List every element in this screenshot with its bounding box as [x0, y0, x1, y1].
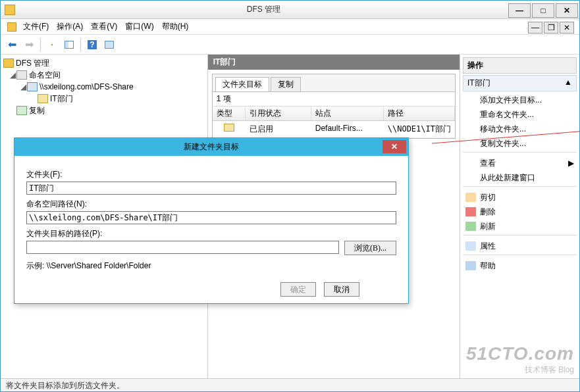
up-button[interactable]	[45, 37, 59, 52]
mdi-restore-button[interactable]: ❐	[544, 22, 558, 34]
action-new-window[interactable]: 从此处新建窗口	[463, 170, 577, 185]
tabstrip: 文件夹目标 复制	[213, 74, 455, 92]
dialog-body: 文件夹(F): 命名空间路径(N): 文件夹目标的路径(P): 浏览(B)...…	[14, 156, 408, 303]
toolbar: ⬅ ➡ ?	[1, 35, 579, 55]
action-add-target[interactable]: 添加文件夹目标...	[463, 93, 577, 107]
label-namespace-path: 命名空间路径(N):	[26, 199, 396, 210]
grid-header: 类型 引用状态 站点 路径	[213, 106, 455, 121]
submenu-arrow-icon: ▶	[568, 159, 574, 168]
menu-view[interactable]: 查看(V)	[91, 21, 117, 32]
replication-icon	[16, 106, 27, 115]
new-folder-target-dialog: 新建文件夹目标 ✕ 文件夹(F): 命名空间路径(N): 文件夹目标的路径(P)…	[14, 137, 409, 304]
actions-section-label: IT部门	[467, 78, 490, 89]
share-icon	[27, 82, 38, 91]
window-buttons: — □ ✕	[508, 2, 579, 18]
actions-list: 添加文件夹目标... 重命名文件夹... 移动文件夹... 复制文件夹... 查…	[463, 91, 577, 274]
maximize-button[interactable]: □	[532, 3, 554, 18]
tree-folder-label: IT部门	[50, 93, 73, 105]
separator	[463, 255, 577, 257]
cell-path: \\NODE1\IT部门	[384, 122, 455, 136]
menu-window[interactable]: 窗口(W)	[125, 21, 153, 32]
collapse-icon[interactable]: ◢	[19, 82, 27, 91]
label-target-path: 文件夹目标的路径(P):	[26, 228, 396, 239]
separator	[463, 152, 577, 155]
close-button[interactable]: ✕	[556, 3, 578, 18]
menu-action[interactable]: 操作(A)	[57, 21, 83, 32]
separator	[80, 38, 81, 51]
tree-namespace[interactable]: ◢ 命名空间	[3, 69, 205, 81]
tree-replication[interactable]: 复制	[3, 105, 205, 116]
refresh-icon	[465, 222, 476, 231]
ok-button[interactable]: 确定	[280, 282, 316, 297]
menu-file[interactable]: 文件(F)	[23, 21, 49, 32]
action-cut[interactable]: 剪切	[463, 190, 577, 205]
target-icon	[224, 124, 234, 132]
action-delete[interactable]: 删除	[463, 205, 577, 219]
namespace-path-field[interactable]	[26, 211, 396, 224]
separator	[40, 38, 41, 51]
collapse-icon[interactable]: ◢	[9, 70, 16, 80]
blank-icon	[465, 159, 476, 168]
actions-pane: 操作 IT部门 ▲ 添加文件夹目标... 重命名文件夹... 移动文件夹... …	[460, 55, 579, 378]
col-path[interactable]: 路径	[384, 107, 455, 120]
col-type[interactable]: 类型	[213, 107, 246, 120]
minimize-button[interactable]: —	[508, 3, 531, 18]
action-rename[interactable]: 重命名文件夹...	[463, 107, 577, 122]
browse-button[interactable]: 浏览(B)...	[344, 241, 396, 255]
action-refresh[interactable]: 刷新	[463, 219, 577, 233]
tree-folder[interactable]: IT部门	[3, 93, 205, 105]
tree-share[interactable]: ◢ \\sxleilong.com\DFS-Share	[3, 81, 205, 93]
dialog-close-button[interactable]: ✕	[382, 140, 406, 153]
blank-icon	[465, 173, 476, 182]
action-move[interactable]: 移动文件夹...	[463, 122, 577, 136]
app-icon	[5, 5, 15, 15]
titlebar: DFS 管理 — □ ✕	[1, 1, 579, 19]
separator	[463, 235, 577, 237]
col-ref[interactable]: 引用状态	[246, 107, 311, 120]
forward-arrow-icon: ➡	[25, 38, 34, 51]
view-button[interactable]	[102, 37, 117, 52]
help-icon	[465, 261, 476, 270]
tree-root-label: DFS 管理	[16, 58, 49, 69]
separator	[463, 186, 577, 189]
cell-ref: 已启用	[246, 122, 311, 136]
dfs-icon	[3, 59, 14, 68]
properties-icon	[465, 241, 476, 251]
statusbar: 将文件夹目标添加到所选文件夹。	[1, 378, 579, 391]
dialog-titlebar: 新建文件夹目标 ✕	[14, 138, 408, 156]
cancel-button[interactable]: 取消	[324, 282, 359, 297]
folder-icon	[38, 94, 48, 103]
action-copy[interactable]: 复制文件夹...	[463, 136, 577, 151]
cell-site: Default-Firs...	[311, 122, 384, 136]
col-site[interactable]: 站点	[311, 107, 384, 120]
tree-root[interactable]: DFS 管理	[3, 57, 205, 69]
target-path-field[interactable]	[26, 241, 339, 254]
panel-button[interactable]	[62, 37, 76, 52]
tree-replication-label: 复制	[29, 105, 45, 116]
view-icon	[105, 41, 114, 49]
forward-button[interactable]: ➡	[22, 37, 36, 52]
help-button[interactable]: ?	[85, 37, 99, 52]
tab-folder-target[interactable]: 文件夹目标	[215, 77, 269, 91]
tree-share-label: \\sxleilong.com\DFS-Share	[40, 82, 134, 91]
actions-section[interactable]: IT部门 ▲	[463, 75, 577, 91]
blank-icon	[465, 124, 476, 134]
action-help[interactable]: 帮助	[463, 258, 577, 273]
mdi-minimize-button[interactable]: —	[528, 22, 542, 34]
menu-help[interactable]: 帮助(H)	[162, 21, 189, 32]
tab-replication[interactable]: 复制	[271, 77, 301, 91]
blank-icon	[465, 95, 476, 105]
namespace-icon	[16, 70, 27, 80]
blank-icon	[465, 139, 476, 148]
mdi-close-button[interactable]: ✕	[560, 22, 574, 34]
action-properties[interactable]: 属性	[463, 239, 577, 253]
folder-field[interactable]	[26, 182, 396, 195]
panel-icon	[65, 41, 74, 49]
action-view[interactable]: 查看▶	[463, 156, 577, 170]
label-folder: 文件夹(F):	[26, 169, 396, 180]
back-button[interactable]: ⬅	[5, 37, 19, 52]
help-icon: ?	[88, 40, 97, 49]
collapse-icon: ▲	[564, 78, 572, 89]
table-row[interactable]: 已启用 Default-Firs... \\NODE1\IT部门	[213, 121, 455, 138]
back-arrow-icon: ⬅	[8, 38, 16, 51]
